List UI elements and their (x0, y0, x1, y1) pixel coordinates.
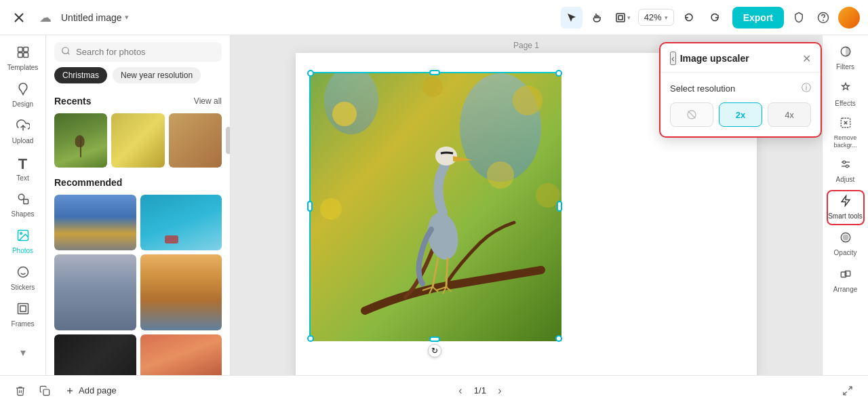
view-all-link[interactable]: View all (194, 96, 222, 106)
svg-point-33 (422, 77, 443, 97)
image-upscaler-panel: ‹ Image upscaler ✕ Select resolution ⓘ 2… (659, 42, 822, 138)
help-icon[interactable] (814, 8, 833, 27)
sidebar-item-photos[interactable]: Photos (4, 224, 42, 259)
recents-grid (54, 113, 222, 168)
resolution-label: Select resolution ⓘ (670, 82, 811, 94)
right-panel-opacity[interactable]: Opacity (827, 227, 865, 262)
svg-rect-7 (23, 47, 28, 52)
sidebar-bottom-expand[interactable]: ▾ (4, 334, 42, 370)
document-title[interactable]: Untitled image ▾ (61, 12, 129, 23)
fullscreen-button[interactable] (838, 381, 857, 400)
sidebar-item-shapes[interactable]: Shapes (4, 187, 42, 223)
resolution-info-icon[interactable]: ⓘ (802, 82, 811, 94)
selected-image-frame[interactable]: ↻ (309, 72, 560, 340)
sidebar-item-upload[interactable]: Upload (4, 114, 42, 149)
svg-rect-8 (18, 53, 22, 58)
right-panel-arrange[interactable]: Arrange (827, 263, 865, 298)
resolution-4x-button[interactable]: 4x (768, 102, 811, 127)
resolution-2x-button[interactable]: 2x (719, 102, 762, 127)
rotate-handle[interactable]: ↻ (428, 344, 441, 358)
svg-point-20 (62, 47, 68, 54)
svg-line-21 (68, 53, 70, 55)
svg-line-59 (844, 391, 847, 395)
sidebar-item-templates-label: Templates (7, 64, 39, 71)
resize-handle-tr[interactable] (555, 70, 562, 77)
svg-point-14 (20, 233, 21, 235)
add-page-button[interactable]: Add page (60, 383, 122, 398)
resize-handle-tc[interactable] (429, 70, 440, 75)
svg-point-11 (18, 194, 24, 199)
right-panel-filters[interactable]: Filters (827, 41, 865, 76)
user-avatar[interactable] (838, 7, 860, 28)
search-input[interactable] (76, 47, 215, 57)
recent-photo-3[interactable] (169, 113, 222, 168)
sidebar-item-design[interactable]: Design (4, 77, 42, 113)
svg-point-32 (513, 85, 542, 115)
search-bar (46, 35, 230, 67)
left-icon-sidebar: Templates Design Upload T Text Shapes (0, 35, 46, 375)
upscaler-close-button[interactable]: ✕ (802, 52, 811, 65)
recents-title: Recents (54, 96, 91, 107)
templates-icon (16, 45, 30, 62)
export-button[interactable]: Export (732, 7, 784, 28)
topbar-right: Export (732, 7, 860, 28)
shapes-icon (16, 192, 30, 209)
right-panel-smart-tools[interactable]: Smart tools (827, 190, 865, 225)
svg-point-34 (487, 161, 514, 189)
zoom-control[interactable]: 42% ▾ (638, 9, 674, 26)
cloud-icon[interactable]: ☁ (39, 10, 52, 25)
sidebar-item-frames[interactable]: Frames (4, 297, 42, 332)
rec-photo-2[interactable] (140, 195, 222, 250)
resize-handle-bl[interactable] (307, 335, 314, 342)
prev-page-button[interactable]: ‹ (452, 383, 469, 399)
right-panel-remove-bg[interactable]: Remove backgr... (827, 114, 865, 152)
next-page-button[interactable]: › (492, 383, 508, 399)
rec-photo-6[interactable] (140, 334, 222, 375)
effects-label: Effects (835, 100, 855, 108)
panel-scroll[interactable]: Recents View all (46, 90, 230, 375)
sidebar-item-stickers[interactable]: Stickers (4, 261, 42, 296)
frame-tool-button[interactable]: ▾ (612, 7, 634, 28)
upscaler-header: ‹ Image upscaler ✕ (660, 43, 821, 73)
duplicate-page-button[interactable] (35, 381, 54, 400)
svg-point-52 (843, 235, 848, 240)
upscaler-title: ‹ Image upscaler (670, 52, 749, 65)
rec-photo-5[interactable] (54, 334, 136, 375)
right-panel-adjust[interactable]: Adjust (827, 153, 865, 189)
recent-photo-2[interactable] (111, 113, 164, 168)
redo-button[interactable] (704, 7, 726, 28)
resize-handle-br[interactable] (555, 335, 562, 342)
select-tool-button[interactable] (561, 7, 583, 28)
panel-scroll-handle[interactable] (226, 127, 230, 154)
sidebar-item-text[interactable]: T Text (4, 151, 42, 186)
frame-tool-arrow: ▾ (627, 14, 631, 21)
tag-new-year[interactable]: New year resolution (113, 67, 201, 83)
svg-line-58 (848, 387, 852, 390)
delete-page-button[interactable] (11, 381, 30, 400)
right-panel-effects[interactable]: Effects (827, 77, 865, 113)
app-logo[interactable] (8, 7, 30, 28)
sidebar-item-templates[interactable]: Templates (4, 41, 42, 76)
svg-point-5 (823, 20, 824, 20)
sidebar-more-button[interactable]: ▾ (4, 334, 42, 370)
svg-point-49 (842, 161, 845, 163)
recent-photo-1[interactable] (54, 113, 107, 168)
hand-tool-button[interactable] (587, 7, 608, 28)
undo-button[interactable] (678, 7, 700, 28)
resize-handle-bc[interactable] (429, 336, 440, 342)
tag-christmas[interactable]: Christmas (54, 67, 107, 83)
title-dropdown-icon: ▾ (125, 13, 129, 22)
upscaler-back-button[interactable]: ‹ (670, 52, 676, 65)
shield-icon[interactable] (789, 8, 808, 27)
resize-handle-ml[interactable] (307, 201, 313, 212)
zoom-arrow-icon: ▾ (665, 14, 668, 21)
resize-handle-mr[interactable] (557, 201, 562, 212)
search-input-wrap[interactable] (54, 42, 222, 62)
svg-rect-19 (20, 306, 25, 311)
resize-handle-tl[interactable] (307, 70, 314, 77)
rec-photo-1[interactable] (54, 195, 136, 250)
rec-photo-3[interactable] (54, 254, 136, 330)
rec-photo-4[interactable] (140, 254, 222, 330)
resolution-off-button[interactable] (670, 102, 713, 127)
recommended-grid (54, 195, 222, 375)
